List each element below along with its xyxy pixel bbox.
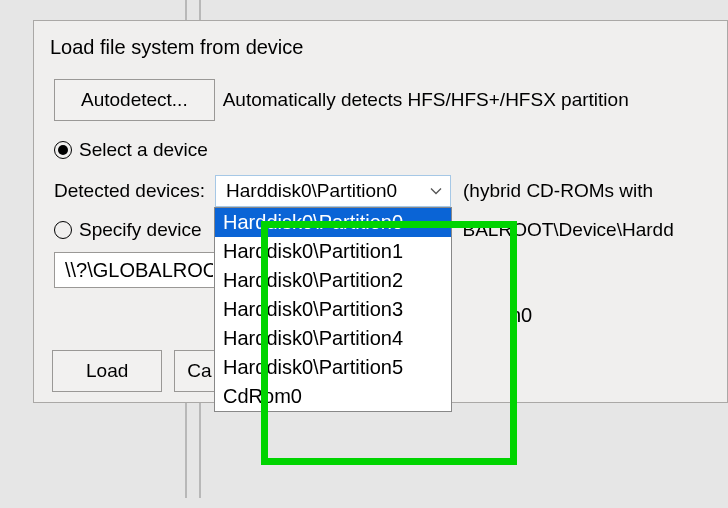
path-suffix-text: n0	[510, 304, 532, 327]
radio-circle-icon	[54, 221, 72, 239]
chevron-down-icon	[430, 185, 442, 197]
panel-content: Autodetect... Automatically detects HFS/…	[34, 79, 727, 288]
autodetect-description: Automatically detects HFS/HFS+/HFSX part…	[223, 89, 629, 111]
dropdown-selected-text: Harddisk0\Partition0	[226, 180, 397, 202]
select-device-label: Select a device	[79, 139, 208, 161]
detected-devices-hint: (hybrid CD-ROMs with	[463, 180, 653, 202]
dropdown-selected[interactable]: Harddisk0\Partition0	[215, 175, 451, 207]
dropdown-option[interactable]: Harddisk0\Partition1	[215, 237, 451, 266]
load-button[interactable]: Load	[52, 350, 162, 392]
dropdown-option[interactable]: Harddisk0\Partition5	[215, 353, 451, 382]
select-device-radio[interactable]: Select a device	[54, 139, 208, 161]
detected-devices-dropdown[interactable]: Harddisk0\Partition0 Harddisk0\Partition…	[215, 175, 451, 207]
action-buttons-row: Load Ca	[52, 350, 214, 392]
cancel-button[interactable]: Ca	[174, 350, 214, 392]
panel-title: Load file system from device	[34, 21, 727, 79]
specify-device-label: Specify device	[79, 219, 202, 241]
radio-circle-icon	[54, 141, 72, 159]
autodetect-row: Autodetect... Automatically detects HFS/…	[54, 79, 707, 121]
load-device-panel: Load file system from device Autodetect.…	[33, 20, 728, 403]
device-path-input[interactable]	[54, 252, 224, 288]
specify-device-right-text: BALROOT\Device\Hardd	[463, 219, 674, 241]
dropdown-option[interactable]: Harddisk0\Partition4	[215, 324, 451, 353]
dropdown-option[interactable]: Harddisk0\Partition0	[215, 208, 451, 237]
dropdown-option[interactable]: CdRom0	[215, 382, 451, 411]
autodetect-button[interactable]: Autodetect...	[54, 79, 215, 121]
dropdown-option[interactable]: Harddisk0\Partition3	[215, 295, 451, 324]
detected-devices-row: Detected devices: Harddisk0\Partition0 H…	[54, 175, 707, 207]
dropdown-option[interactable]: Harddisk0\Partition2	[215, 266, 451, 295]
detected-devices-label: Detected devices:	[54, 180, 205, 202]
specify-device-radio[interactable]: Specify device	[54, 219, 202, 241]
select-device-row: Select a device	[54, 139, 707, 161]
dropdown-list[interactable]: Harddisk0\Partition0 Harddisk0\Partition…	[214, 207, 452, 412]
